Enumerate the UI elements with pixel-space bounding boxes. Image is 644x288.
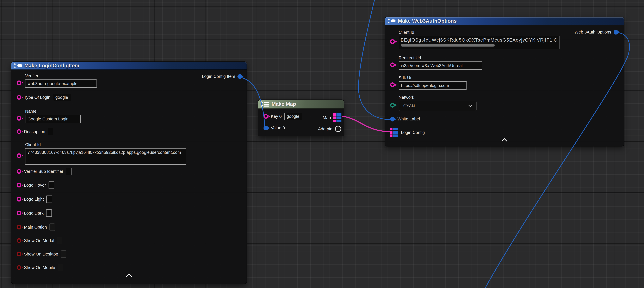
- show-on-mobile-checkbox[interactable]: [58, 264, 63, 271]
- output-pin-label: Web 3Auth Options: [574, 30, 611, 35]
- pin-label-show-on-desktop: Show On Desktop: [24, 252, 58, 256]
- pin-label-logo-dark: Logo Dark: [24, 211, 44, 215]
- node-title: Make Map: [272, 101, 296, 107]
- pin-verifier[interactable]: [17, 81, 21, 85]
- pin-network[interactable]: [390, 103, 395, 108]
- main-option-checkbox[interactable]: [50, 223, 55, 231]
- pin-label-client-id: Client Id: [25, 142, 186, 147]
- pin-label-white-label: White Label: [398, 117, 420, 121]
- chevron-up-icon: [126, 274, 132, 277]
- node-header-make-web3auth-options[interactable]: Make Web3AuthOptions: [385, 17, 624, 25]
- redirect-url-input[interactable]: w3a://com.w3a.Web3AuthUnreal: [398, 62, 482, 70]
- pin-key-0[interactable]: [264, 114, 268, 119]
- client-id-input[interactable]: 774338308167-q463s7kpvja16l4l0kko3nb925i…: [25, 148, 186, 165]
- pin-login-config[interactable]: [390, 128, 398, 137]
- add-pin-button[interactable]: Add pin: [318, 126, 342, 132]
- pin-sdk-url[interactable]: [390, 82, 395, 87]
- collapse-node-button[interactable]: [12, 274, 246, 277]
- logo-light-input[interactable]: [46, 195, 52, 203]
- node-make-web3auth-options[interactable]: Make Web3AuthOptions Web 3Auth Options C…: [384, 17, 624, 146]
- wire-map-to-login-config[interactable]: [342, 116, 390, 132]
- pin-show-on-desktop[interactable]: [17, 252, 21, 256]
- pin-main-option[interactable]: [17, 225, 21, 229]
- network-dropdown[interactable]: CYAN: [398, 101, 477, 111]
- verifier-sub-identifier-input[interactable]: [66, 168, 72, 175]
- horizontal-scrollbar[interactable]: [401, 44, 495, 47]
- pin-client-id[interactable]: [390, 39, 395, 44]
- chevron-up-icon: [502, 138, 507, 142]
- output-pin-map[interactable]: [333, 113, 342, 122]
- add-pin-label: Add pin: [318, 127, 332, 131]
- node-make-map[interactable]: Make Map Key 0 google Map Value 0 Add pi…: [258, 100, 344, 136]
- output-pin-label: Login Config Item: [202, 74, 235, 79]
- pin-label-verifier-sub-identifier: Verifier Sub Identifier: [24, 169, 63, 174]
- add-pin-icon: [335, 126, 342, 132]
- sdk-url-input[interactable]: https://sdk.openlogin.com: [398, 81, 467, 90]
- pin-logo-light[interactable]: [17, 197, 21, 201]
- client-id-input[interactable]: BEglQSgt4cUWcj6SKRdu5QkOXTsePmMcusG5EAoy…: [398, 36, 560, 49]
- pin-name[interactable]: [17, 116, 21, 121]
- pin-label-main-option: Main Option: [24, 225, 47, 230]
- output-pin-web3auth-options[interactable]: [614, 30, 618, 35]
- pin-label-show-on-mobile: Show On Mobile: [24, 265, 55, 270]
- pin-label-client-id: Client Id: [398, 30, 560, 35]
- blueprint-graph-canvas[interactable]: { "colors": { "pin_magenta": "#e01fb0", …: [0, 0, 644, 288]
- pin-label-redirect-url: Redirect Url: [398, 56, 482, 60]
- pin-client-id[interactable]: [17, 153, 21, 158]
- logo-hover-input[interactable]: [48, 181, 54, 189]
- make-container-icon: [261, 102, 269, 107]
- output-pin-login-config-item[interactable]: [238, 74, 242, 79]
- pin-label-name: Name: [25, 109, 81, 114]
- pin-verifier-sub-identifier[interactable]: [17, 169, 21, 174]
- pin-white-label[interactable]: [390, 117, 395, 121]
- pin-label-verifier: Verifier: [25, 74, 97, 78]
- show-on-desktop-checkbox[interactable]: [61, 250, 66, 258]
- pin-label-login-config: Login Config: [401, 130, 425, 135]
- pin-label-key-0: Key 0: [271, 114, 282, 119]
- pin-label-value-0: Value 0: [271, 126, 285, 130]
- collapse-node-button[interactable]: [385, 138, 624, 142]
- name-input[interactable]: Google Custom Login: [25, 115, 81, 123]
- verifier-input[interactable]: web3auth-google-example: [25, 80, 97, 88]
- make-struct-icon: [14, 63, 22, 68]
- pin-value-0[interactable]: [264, 126, 268, 130]
- pin-label-logo-light: Logo Light: [24, 197, 44, 202]
- pin-label-type-of-login: Type Of Login: [24, 95, 50, 100]
- node-header-make-login-config-item[interactable]: Make LoginConfigItem: [12, 62, 246, 70]
- pin-label-sdk-url: Sdk Url: [398, 75, 467, 80]
- pin-label-network: Network: [398, 95, 477, 100]
- pin-show-on-modal[interactable]: [17, 238, 21, 243]
- client-id-value: BEglQSgt4cUWcj6SKRdu5QkOXTsePmMcusG5EAoy…: [401, 38, 557, 43]
- logo-dark-input[interactable]: [46, 209, 52, 217]
- show-on-modal-checkbox[interactable]: [57, 237, 62, 244]
- pin-logo-dark[interactable]: [17, 211, 21, 215]
- pin-logo-hover[interactable]: [17, 183, 21, 187]
- node-title: Make Web3AuthOptions: [398, 18, 457, 24]
- pin-redirect-url[interactable]: [390, 63, 395, 67]
- description-input[interactable]: [48, 128, 53, 135]
- type-of-login-input[interactable]: google: [53, 94, 71, 101]
- pin-label-logo-hover: Logo Hover: [24, 183, 46, 188]
- node-header-make-map[interactable]: Make Map: [258, 100, 344, 109]
- key-0-input[interactable]: google: [284, 113, 302, 120]
- pin-label-description: Description: [24, 129, 45, 134]
- pin-show-on-mobile[interactable]: [17, 265, 21, 270]
- node-title: Make LoginConfigItem: [24, 63, 79, 69]
- pin-type-of-login[interactable]: [17, 95, 21, 100]
- pin-description[interactable]: [17, 129, 21, 134]
- output-pin-label-map: Map: [323, 115, 331, 120]
- chevron-down-icon: [468, 105, 472, 107]
- make-struct-icon: [388, 19, 396, 23]
- node-make-login-config-item[interactable]: Make LoginConfigItem Login Config Item V…: [11, 62, 247, 284]
- network-selected-value: CYAN: [403, 104, 415, 108]
- pin-label-show-on-modal: Show On Modal: [24, 238, 54, 243]
